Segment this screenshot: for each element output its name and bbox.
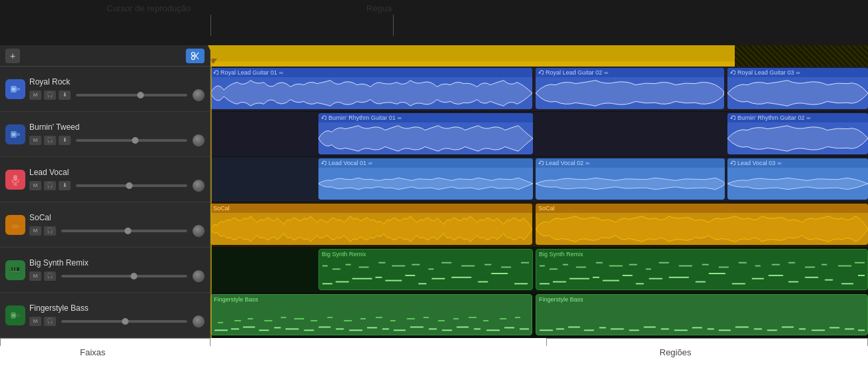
track-info-royal-rock: Royal Rock M 🎧 ⬇ (29, 77, 205, 101)
region-label-royal-lead-guitar-03: Royal Lead Guitar 03 (737, 69, 794, 76)
svg-rect-51 (346, 264, 351, 266)
mute-button-royal-rock[interactable]: M (29, 91, 41, 100)
headphone-button-royal-rock[interactable]: 🎧 (44, 91, 56, 100)
volume-slider-big-synth-remix[interactable] (61, 275, 187, 277)
volume-slider-royal-rock[interactable] (76, 94, 187, 96)
track-row-lead-vocal: Lead Vocal M 🎧 ⬇ (0, 157, 210, 202)
waveform-svg-01 (211, 77, 532, 109)
region-header-big-synth-02: Big Synth Remix (536, 250, 867, 259)
region-label-lead-vocal-02: Lead Vocal 02 (546, 160, 584, 166)
region-fingerstyle-bass-01[interactable]: Fingerstyle Bass (211, 294, 532, 335)
region-socal-01[interactable]: SoCal (211, 204, 532, 245)
record-button-lead-vocal[interactable]: ⬇ (59, 181, 71, 190)
slider-thumb-big-synth-remix[interactable] (131, 273, 137, 279)
headphone-button-socal[interactable]: 🎧 (44, 226, 56, 236)
svg-rect-48 (514, 283, 528, 284)
cursor-label: Cursor de reprodução (107, 3, 191, 13)
region-lead-vocal-02[interactable]: Lead Vocal 02 ∞ (536, 158, 725, 200)
bass-guitar-icon (9, 309, 21, 321)
volume-knob-royal-rock[interactable] (193, 89, 205, 101)
record-button-burnin-tweed[interactable]: ⬇ (59, 136, 71, 145)
region-burnin-rhythm-guitar-02[interactable]: Burnin' Rhythm Guitar 02 ∞ (727, 113, 868, 154)
volume-knob-fingerstyle-bass[interactable] (193, 315, 205, 327)
cursor-line (211, 15, 211, 36)
microphone-icon (9, 174, 21, 186)
waveform-socal-01 (211, 213, 532, 245)
mute-button-fingerstyle-bass[interactable]: M (29, 317, 41, 326)
midi-svg-f02 (536, 304, 867, 335)
svg-rect-141 (515, 317, 520, 318)
faixas-label: Faixas (80, 347, 105, 357)
region-lead-vocal-01[interactable]: Lead Vocal 01 ∞ (318, 158, 533, 200)
region-big-synth-remix-02[interactable]: Big Synth Remix (536, 249, 868, 290)
svg-marker-32 (321, 118, 324, 119)
mute-button-big-synth-remix[interactable]: M (29, 272, 41, 281)
waveform-svg-lv02 (536, 168, 725, 200)
region-royal-lead-guitar-02[interactable]: Royal Lead Guitar 02 ∞ (536, 68, 724, 109)
svg-rect-83 (563, 264, 568, 266)
svg-rect-37 (322, 283, 332, 284)
record-button-royal-rock[interactable]: ⬇ (59, 91, 71, 100)
track-icon-burnin-tweed (5, 124, 25, 144)
svg-rect-139 (483, 320, 488, 321)
mute-button-burnin-tweed[interactable]: M (29, 136, 41, 145)
mute-button-socal[interactable]: M (29, 226, 41, 236)
svg-rect-68 (636, 283, 644, 284)
region-socal-02[interactable]: SoCal (536, 204, 868, 245)
slider-thumb-royal-rock[interactable] (137, 92, 144, 98)
track-row-burnin-tweed: Burnin' Tweed M 🎧 ⬇ (0, 112, 210, 157)
volume-slider-lead-vocal[interactable] (76, 184, 187, 187)
svg-rect-60 (501, 267, 511, 268)
headphone-button-lead-vocal[interactable]: 🎧 (44, 181, 56, 190)
slider-thumb-fingerstyle-bass[interactable] (122, 318, 129, 325)
slider-thumb-lead-vocal[interactable] (126, 182, 133, 189)
mute-button-lead-vocal[interactable]: M (29, 181, 41, 190)
loop-badge-03: ∞ (796, 70, 800, 76)
svg-rect-85 (596, 262, 603, 264)
svg-rect-93 (739, 262, 747, 264)
slider-thumb-burnin-tweed[interactable] (132, 137, 139, 144)
svg-rect-160 (811, 329, 825, 331)
region-big-synth-remix-01[interactable]: Big Synth Remix (318, 249, 533, 290)
region-row-royal-rock: Royal Lead Guitar 01 ∞ Royal Lead Guitar… (211, 67, 868, 112)
region-label-royal-lead-guitar-02: Royal Lead Guitar 02 (546, 69, 602, 76)
svg-rect-112 (382, 328, 389, 329)
smart-controls-button[interactable] (186, 49, 205, 63)
region-royal-lead-guitar-01[interactable]: Royal Lead Guitar 01 ∞ (211, 68, 532, 109)
svg-rect-135 (424, 317, 429, 318)
region-royal-lead-guitar-03[interactable]: Royal Lead Guitar 03 ∞ (727, 68, 868, 109)
region-label-fingerstyle-01: Fingerstyle Bass (214, 296, 258, 303)
region-lead-vocal-03[interactable]: Lead Vocal 03 ∞ (727, 158, 868, 200)
waveform-royal-lead-guitar-03 (727, 77, 868, 109)
track-controls-socal: M 🎧 (29, 225, 205, 237)
track-name-fingerstyle-bass: Fingerstyle Bass (29, 303, 205, 313)
waveform-lead-vocal-01 (318, 168, 533, 200)
volume-knob-socal[interactable] (193, 225, 205, 237)
volume-slider-fingerstyle-bass[interactable] (61, 320, 187, 323)
tracks-header: + (0, 45, 210, 67)
region-burnin-rhythm-guitar-01[interactable]: Burnin' Rhythm Guitar 01 ∞ (318, 113, 533, 154)
track-name-burnin-tweed: Burnin' Tweed (29, 122, 205, 132)
add-track-button[interactable]: + (5, 49, 20, 63)
svg-rect-103 (243, 327, 255, 328)
headphone-button-burnin-tweed[interactable]: 🎧 (44, 136, 56, 145)
svg-rect-157 (767, 329, 777, 331)
svg-rect-125 (264, 320, 272, 321)
svg-rect-126 (281, 317, 286, 318)
svg-rect-137 (453, 318, 458, 319)
track-name-socal: SoCal (29, 213, 205, 222)
svg-rect-98 (821, 264, 827, 266)
volume-slider-burnin-tweed[interactable] (76, 139, 187, 142)
region-fingerstyle-bass-02[interactable]: Fingerstyle Bass (536, 294, 868, 335)
headphone-button-big-synth-remix[interactable]: 🎧 (44, 272, 56, 281)
volume-knob-big-synth-remix[interactable] (193, 270, 205, 282)
volume-slider-socal[interactable] (61, 230, 187, 232)
volume-knob-burnin-tweed[interactable] (193, 134, 205, 146)
headphone-button-fingerstyle-bass[interactable]: 🎧 (44, 317, 56, 326)
volume-knob-lead-vocal[interactable] (193, 180, 205, 192)
svg-rect-67 (622, 275, 632, 276)
waveform-svg-02 (536, 77, 724, 109)
svg-rect-111 (367, 327, 377, 329)
slider-thumb-socal[interactable] (125, 228, 131, 234)
svg-rect-161 (829, 327, 839, 329)
